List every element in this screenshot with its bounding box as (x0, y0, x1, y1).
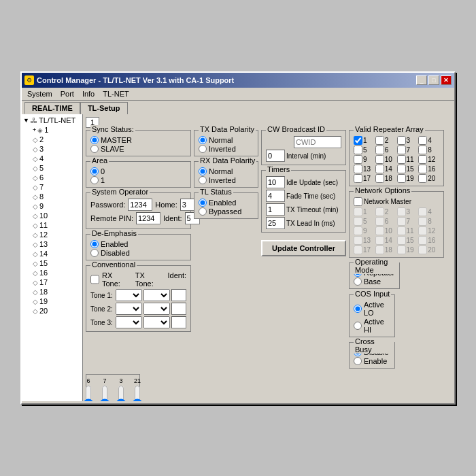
cwid-interval-input[interactable] (266, 150, 285, 162)
radio-tx-normal[interactable] (199, 136, 207, 144)
tree-node-2[interactable]: ◇2 (31, 135, 81, 144)
radio-tx-inverted[interactable] (199, 145, 207, 153)
rep8[interactable] (418, 146, 427, 154)
net4 (418, 207, 427, 216)
ident3-input[interactable] (171, 316, 186, 328)
ident2-input[interactable] (171, 303, 186, 315)
tree-node-19[interactable]: ◇19 (31, 296, 81, 306)
tree-node-15[interactable]: ◇15 (31, 258, 81, 268)
radio-tl-enabled[interactable] (199, 199, 207, 207)
tree-node-5[interactable]: ◇5 (31, 163, 81, 173)
tree-node-12[interactable]: ◇12 (31, 230, 81, 239)
rx-tone3-select[interactable] (116, 316, 142, 328)
rep10[interactable] (375, 155, 384, 164)
tree-node-17[interactable]: ◇17 (31, 277, 81, 287)
tx-data-polarity-section: TX Data Polarity Normal Inverted (194, 130, 258, 156)
tree-node-11[interactable]: ◇11 (31, 220, 81, 230)
net6 (375, 217, 384, 226)
remote-pin-input[interactable] (136, 212, 160, 224)
tree-node-9[interactable]: ◇9 (31, 201, 81, 211)
rep1[interactable] (354, 136, 362, 145)
tx-tone3-select[interactable] (143, 316, 170, 328)
update-controller-button[interactable]: Update Controller (261, 240, 346, 256)
rep16[interactable] (418, 165, 427, 173)
tx-tone1-select[interactable] (143, 289, 170, 301)
tree-node-3[interactable]: ◇3 (31, 144, 81, 154)
tree-node-18[interactable]: ◇18 (31, 287, 81, 296)
rep5[interactable] (354, 146, 362, 154)
rep11[interactable] (397, 155, 406, 164)
radio-tl-bypassed[interactable] (199, 207, 207, 216)
rep12[interactable] (418, 155, 427, 164)
rep20[interactable] (418, 174, 427, 183)
rep4[interactable] (418, 136, 427, 145)
tree-node-7[interactable]: ◇7 (31, 182, 81, 192)
radio-active-hi[interactable] (354, 322, 362, 330)
fade-time-input[interactable] (266, 190, 285, 202)
slider-course[interactable] (83, 385, 95, 401)
rep15[interactable] (397, 165, 406, 173)
tone1-label: Tone 1: (90, 292, 114, 299)
rep14[interactable] (375, 165, 384, 173)
rep3[interactable] (397, 136, 406, 145)
tree-node-4[interactable]: ◇4 (31, 154, 81, 163)
tx-normal-label: Normal (209, 136, 233, 144)
rep2[interactable] (375, 136, 384, 145)
slider-cwid[interactable] (115, 385, 127, 401)
tab-realtime[interactable]: REAL-TIME (24, 102, 80, 114)
conventional-checkbox[interactable] (90, 271, 99, 288)
home-input[interactable] (180, 199, 195, 211)
tree-node-14[interactable]: ◇14 (31, 249, 81, 258)
tree-node-10[interactable]: ◇10 (31, 211, 81, 220)
menu-info[interactable]: Info (78, 88, 99, 99)
radio-disabled[interactable] (90, 249, 99, 257)
radio-master[interactable] (90, 136, 99, 144)
close-button[interactable]: ✕ (441, 75, 452, 85)
radio-area1[interactable] (90, 176, 99, 184)
rep13[interactable] (354, 165, 362, 173)
de-emphasis-radios: Enabled Disabled (90, 240, 186, 257)
tx-lead-input[interactable] (266, 217, 285, 229)
slider-txdata[interactable] (131, 385, 143, 401)
ident1-input[interactable] (171, 289, 186, 301)
password-input[interactable] (128, 199, 152, 211)
tree-node-8[interactable]: ◇8 (31, 192, 81, 201)
tree-expand-root[interactable]: ▼ (23, 117, 29, 124)
system-operator-section: System Operator Password: Home: Remote P… (86, 192, 191, 229)
tree-node-20[interactable]: ◇20 (31, 306, 81, 316)
tab-tlsetup[interactable]: TL-Setup (80, 102, 128, 114)
tx-tone2-select[interactable] (143, 303, 170, 315)
radio-base[interactable] (354, 277, 362, 286)
radio-rx-normal[interactable] (199, 167, 207, 175)
rep7[interactable] (397, 146, 406, 154)
rep9[interactable] (354, 155, 362, 164)
minimize-button[interactable]: _ (416, 75, 427, 85)
cwid-input[interactable] (294, 136, 341, 148)
radio-area0[interactable] (90, 167, 99, 175)
rep18[interactable] (375, 174, 384, 183)
rep6[interactable] (375, 146, 384, 154)
rx-tone1-select[interactable] (116, 289, 142, 301)
radio-enabled[interactable] (90, 240, 99, 248)
tree-node-16[interactable]: ◇16 (31, 268, 81, 277)
maximize-button[interactable]: □ (428, 75, 439, 85)
tree-node-6[interactable]: ◇6 (31, 173, 81, 182)
tree-node-1[interactable]: + ◈ 1 (31, 125, 81, 135)
rep17[interactable] (354, 174, 362, 183)
menu-port[interactable]: Port (56, 88, 78, 99)
tree-node-13[interactable]: ◇13 (31, 239, 81, 249)
rx-tone2-select[interactable] (116, 303, 142, 315)
slider-fine[interactable] (99, 385, 111, 401)
menu-tlnet[interactable]: TL-NET (99, 88, 133, 99)
menu-system[interactable]: System (23, 88, 56, 99)
network-master-checkbox[interactable] (354, 197, 362, 206)
main-window: ⚙ Control Manager - TL/TL-NET Ver 3.1 wi… (20, 71, 456, 405)
radio-active-lo[interactable] (354, 305, 362, 313)
tx-timeout-input[interactable] (266, 203, 285, 216)
radio-rx-inverted[interactable] (199, 176, 207, 184)
idle-update-input[interactable] (266, 176, 285, 188)
radio-enable[interactable] (354, 357, 362, 365)
radio-slave[interactable] (90, 145, 99, 153)
rep19[interactable] (397, 174, 406, 183)
system-operator-label: System Operator (90, 188, 150, 196)
